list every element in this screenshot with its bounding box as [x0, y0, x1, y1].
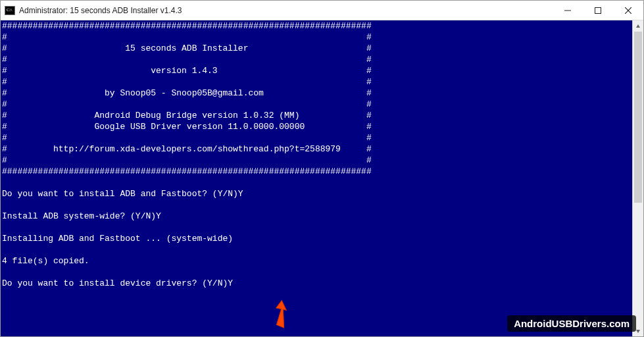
- minimize-button[interactable]: [553, 1, 583, 20]
- app-window: C:\ Administrator: 15 seconds ADB Instal…: [0, 0, 644, 337]
- watermark-badge: AndroidUSBDrivers.com: [507, 315, 636, 332]
- svg-rect-3: [595, 7, 601, 13]
- scroll-up-button[interactable]: [633, 20, 643, 32]
- cmd-icon: C:\: [5, 5, 15, 16]
- maximize-button[interactable]: [583, 1, 613, 20]
- client-area: ########################################…: [1, 20, 643, 336]
- vertical-scrollbar[interactable]: [632, 20, 643, 336]
- scroll-thumb[interactable]: [634, 32, 642, 203]
- window-title: Administrator: 15 seconds ADB Installer …: [19, 6, 553, 15]
- titlebar[interactable]: C:\ Administrator: 15 seconds ADB Instal…: [1, 1, 643, 20]
- svg-text:C:\: C:\: [7, 7, 12, 13]
- close-button[interactable]: [613, 1, 643, 20]
- window-controls: [553, 1, 643, 20]
- terminal[interactable]: ########################################…: [1, 20, 632, 336]
